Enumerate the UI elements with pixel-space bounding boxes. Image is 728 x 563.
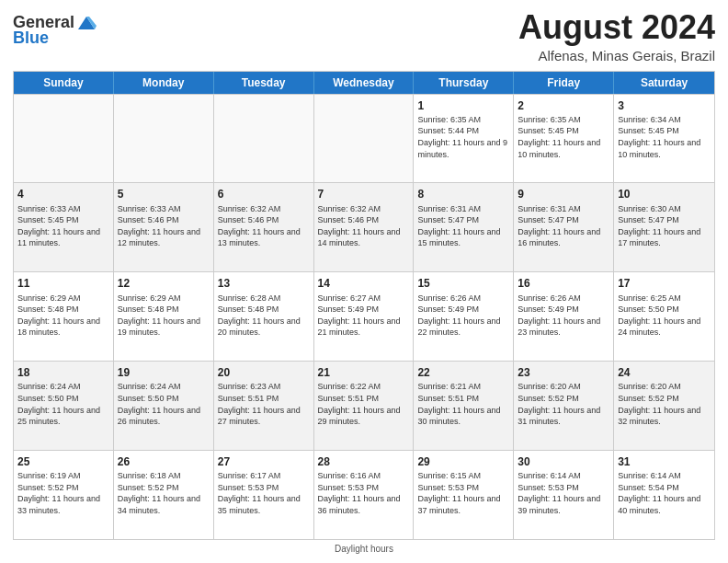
calendar-cell-9: 9Sunrise: 6:31 AM Sunset: 5:47 PM Daylig… xyxy=(514,183,614,271)
calendar-cell-17: 17Sunrise: 6:25 AM Sunset: 5:50 PM Dayli… xyxy=(614,272,714,361)
day-number: 12 xyxy=(118,276,210,291)
day-number: 29 xyxy=(417,454,509,469)
calendar-cell-21: 21Sunrise: 6:22 AM Sunset: 5:51 PM Dayli… xyxy=(314,362,415,450)
weekday-header-sunday: Sunday xyxy=(14,72,114,94)
cell-info: Sunrise: 6:29 AM Sunset: 5:48 PM Dayligh… xyxy=(118,293,210,339)
day-number: 13 xyxy=(218,276,310,291)
title-block: August 2024 Alfenas, Minas Gerais, Brazi… xyxy=(518,9,715,63)
day-number: 3 xyxy=(618,98,711,113)
day-number: 22 xyxy=(417,365,509,380)
cell-info: Sunrise: 6:14 AM Sunset: 5:53 PM Dayligh… xyxy=(518,470,609,516)
cell-info: Sunrise: 6:35 AM Sunset: 5:44 PM Dayligh… xyxy=(417,114,509,160)
calendar-cell-24: 24Sunrise: 6:20 AM Sunset: 5:52 PM Dayli… xyxy=(614,362,714,450)
day-number: 10 xyxy=(618,187,711,201)
calendar-cell-27: 27Sunrise: 6:17 AM Sunset: 5:53 PM Dayli… xyxy=(214,451,314,539)
day-number: 4 xyxy=(17,187,109,201)
calendar-cell-20: 20Sunrise: 6:23 AM Sunset: 5:51 PM Dayli… xyxy=(214,362,314,450)
cell-info: Sunrise: 6:25 AM Sunset: 5:50 PM Dayligh… xyxy=(618,293,711,339)
calendar-cell-10: 10Sunrise: 6:30 AM Sunset: 5:47 PM Dayli… xyxy=(614,183,714,271)
day-number: 9 xyxy=(518,187,609,201)
day-number: 1 xyxy=(417,98,509,113)
day-number: 16 xyxy=(518,276,609,291)
calendar-body: 1Sunrise: 6:35 AM Sunset: 5:44 PM Daylig… xyxy=(14,94,714,539)
cell-info: Sunrise: 6:15 AM Sunset: 5:53 PM Dayligh… xyxy=(417,470,509,516)
day-number: 11 xyxy=(17,276,109,291)
weekday-header-saturday: Saturday xyxy=(614,72,714,94)
calendar-cell-empty-0-1 xyxy=(114,95,214,183)
calendar-cell-30: 30Sunrise: 6:14 AM Sunset: 5:53 PM Dayli… xyxy=(514,451,614,539)
calendar-cell-8: 8Sunrise: 6:31 AM Sunset: 5:47 PM Daylig… xyxy=(414,183,514,271)
cell-info: Sunrise: 6:20 AM Sunset: 5:52 PM Dayligh… xyxy=(518,381,609,427)
day-number: 21 xyxy=(318,365,410,380)
calendar-cell-23: 23Sunrise: 6:20 AM Sunset: 5:52 PM Dayli… xyxy=(514,362,614,450)
cell-info: Sunrise: 6:33 AM Sunset: 5:45 PM Dayligh… xyxy=(17,203,109,249)
calendar-cell-16: 16Sunrise: 6:26 AM Sunset: 5:49 PM Dayli… xyxy=(514,272,614,361)
day-number: 5 xyxy=(118,187,210,201)
day-number: 24 xyxy=(618,365,711,380)
cell-info: Sunrise: 6:34 AM Sunset: 5:45 PM Dayligh… xyxy=(618,114,711,160)
cell-info: Sunrise: 6:14 AM Sunset: 5:54 PM Dayligh… xyxy=(618,470,711,516)
cell-info: Sunrise: 6:29 AM Sunset: 5:48 PM Dayligh… xyxy=(17,293,109,339)
cell-info: Sunrise: 6:23 AM Sunset: 5:51 PM Dayligh… xyxy=(218,381,310,427)
day-number: 14 xyxy=(318,276,410,291)
day-number: 25 xyxy=(17,454,109,469)
calendar-cell-22: 22Sunrise: 6:21 AM Sunset: 5:51 PM Dayli… xyxy=(414,362,514,450)
cell-info: Sunrise: 6:35 AM Sunset: 5:45 PM Dayligh… xyxy=(518,114,609,160)
day-number: 31 xyxy=(618,454,711,469)
cell-info: Sunrise: 6:16 AM Sunset: 5:53 PM Dayligh… xyxy=(318,470,410,516)
day-number: 15 xyxy=(417,276,509,291)
calendar-cell-13: 13Sunrise: 6:28 AM Sunset: 5:48 PM Dayli… xyxy=(214,272,314,361)
calendar-cell-11: 11Sunrise: 6:29 AM Sunset: 5:48 PM Dayli… xyxy=(14,272,114,361)
cell-info: Sunrise: 6:28 AM Sunset: 5:48 PM Dayligh… xyxy=(218,293,310,339)
calendar-cell-empty-0-2 xyxy=(214,95,314,183)
page: General Blue August 2024 Alfenas, Minas … xyxy=(0,0,728,563)
weekday-header-thursday: Thursday xyxy=(414,72,514,94)
cell-info: Sunrise: 6:32 AM Sunset: 5:46 PM Dayligh… xyxy=(318,203,410,249)
calendar-cell-4: 4Sunrise: 6:33 AM Sunset: 5:45 PM Daylig… xyxy=(14,183,114,271)
day-number: 8 xyxy=(417,187,509,201)
weekday-header-tuesday: Tuesday xyxy=(214,72,314,94)
cell-info: Sunrise: 6:27 AM Sunset: 5:49 PM Dayligh… xyxy=(318,293,410,339)
cell-info: Sunrise: 6:30 AM Sunset: 5:47 PM Dayligh… xyxy=(618,203,711,249)
calendar-cell-7: 7Sunrise: 6:32 AM Sunset: 5:46 PM Daylig… xyxy=(314,183,415,271)
footer-note: Daylight hours xyxy=(13,544,715,554)
cell-info: Sunrise: 6:33 AM Sunset: 5:46 PM Dayligh… xyxy=(118,203,210,249)
cell-info: Sunrise: 6:19 AM Sunset: 5:52 PM Dayligh… xyxy=(17,470,109,516)
calendar-cell-31: 31Sunrise: 6:14 AM Sunset: 5:54 PM Dayli… xyxy=(614,451,714,539)
weekday-header-wednesday: Wednesday xyxy=(314,72,415,94)
cell-info: Sunrise: 6:17 AM Sunset: 5:53 PM Dayligh… xyxy=(218,470,310,516)
cell-info: Sunrise: 6:26 AM Sunset: 5:49 PM Dayligh… xyxy=(518,293,609,339)
cell-info: Sunrise: 6:26 AM Sunset: 5:49 PM Dayligh… xyxy=(417,293,509,339)
day-number: 27 xyxy=(218,454,310,469)
logo: General Blue xyxy=(13,13,97,48)
calendar-cell-empty-0-3 xyxy=(314,95,415,183)
calendar-header: SundayMondayTuesdayWednesdayThursdayFrid… xyxy=(14,72,714,94)
header: General Blue August 2024 Alfenas, Minas … xyxy=(13,9,715,63)
day-number: 26 xyxy=(118,454,210,469)
calendar-cell-3: 3Sunrise: 6:34 AM Sunset: 5:45 PM Daylig… xyxy=(614,95,714,183)
cell-info: Sunrise: 6:18 AM Sunset: 5:52 PM Dayligh… xyxy=(118,470,210,516)
cell-info: Sunrise: 6:24 AM Sunset: 5:50 PM Dayligh… xyxy=(17,381,109,427)
day-number: 19 xyxy=(118,365,210,380)
calendar-cell-18: 18Sunrise: 6:24 AM Sunset: 5:50 PM Dayli… xyxy=(14,362,114,450)
calendar-cell-29: 29Sunrise: 6:15 AM Sunset: 5:53 PM Dayli… xyxy=(414,451,514,539)
calendar-cell-empty-0-0 xyxy=(14,95,114,183)
calendar: SundayMondayTuesdayWednesdayThursdayFrid… xyxy=(13,71,715,540)
calendar-row-5: 25Sunrise: 6:19 AM Sunset: 5:52 PM Dayli… xyxy=(14,450,714,539)
day-number: 2 xyxy=(518,98,609,113)
calendar-row-2: 4Sunrise: 6:33 AM Sunset: 5:45 PM Daylig… xyxy=(14,182,714,271)
location: Alfenas, Minas Gerais, Brazil xyxy=(518,48,715,63)
calendar-cell-28: 28Sunrise: 6:16 AM Sunset: 5:53 PM Dayli… xyxy=(314,451,415,539)
calendar-cell-6: 6Sunrise: 6:32 AM Sunset: 5:46 PM Daylig… xyxy=(214,183,314,271)
day-number: 28 xyxy=(318,454,410,469)
calendar-cell-25: 25Sunrise: 6:19 AM Sunset: 5:52 PM Dayli… xyxy=(14,451,114,539)
logo-icon xyxy=(76,13,97,33)
cell-info: Sunrise: 6:31 AM Sunset: 5:47 PM Dayligh… xyxy=(518,203,609,249)
day-number: 30 xyxy=(518,454,609,469)
calendar-row-1: 1Sunrise: 6:35 AM Sunset: 5:44 PM Daylig… xyxy=(14,94,714,183)
calendar-cell-26: 26Sunrise: 6:18 AM Sunset: 5:52 PM Dayli… xyxy=(114,451,214,539)
day-number: 17 xyxy=(618,276,711,291)
month-year: August 2024 xyxy=(518,9,715,46)
day-number: 23 xyxy=(518,365,609,380)
day-number: 6 xyxy=(218,187,310,201)
